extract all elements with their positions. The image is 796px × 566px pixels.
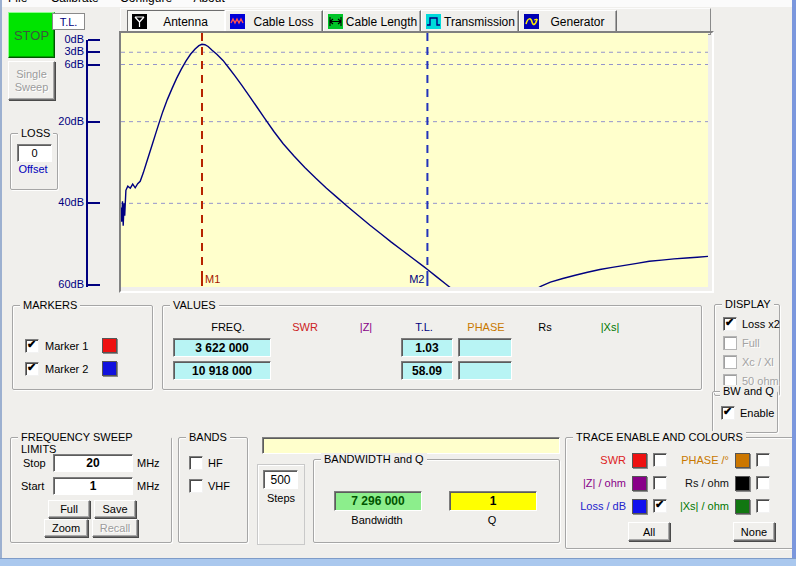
loss-offset-label: Offset: [10, 163, 56, 175]
chart-plot-area[interactable]: M1M2: [121, 33, 708, 287]
start-freq-input[interactable]: 1: [53, 477, 133, 495]
steps-box: 500 Steps: [257, 464, 305, 545]
swr-colour-swatch[interactable]: [632, 453, 647, 468]
marker1-color-swatch[interactable]: [102, 338, 117, 353]
full-label: Full: [742, 337, 760, 349]
steps-input[interactable]: 500: [263, 470, 298, 489]
display-group: DISPLAY Loss x2 Full Xc / Xl 50 ohm: [714, 304, 780, 396]
app-window: File Calibrate Configure About Antenna C…: [0, 0, 796, 566]
sweep-limits-title: FREQUENCY SWEEP LIMITS: [18, 431, 171, 455]
hf-checkbox[interactable]: [189, 456, 203, 470]
rs-trace-label: Rs / ohm: [667, 477, 729, 489]
cable-length-icon: [328, 14, 343, 29]
generator-button-label: Generator: [539, 15, 616, 29]
bwq-enable-checkbox[interactable]: [721, 406, 735, 420]
cable-length-button[interactable]: Cable Length: [323, 10, 421, 33]
start-label: Start: [21, 480, 44, 492]
marker2-label: Marker 2: [45, 363, 88, 375]
window-left-border: [0, 0, 2, 566]
values-header-xs: |Xs|: [585, 321, 635, 333]
marker-label-m1: M1: [205, 273, 220, 285]
full-checkbox[interactable]: [723, 336, 737, 350]
none-traces-button[interactable]: None: [733, 522, 775, 541]
y-axis-label-0db: 0dB: [52, 33, 84, 46]
z-trace-checkbox[interactable]: [653, 476, 667, 490]
y-axis-label-6db: 6dB: [52, 58, 84, 71]
menu-about[interactable]: About: [193, 0, 224, 5]
generator-button[interactable]: Generator: [519, 10, 617, 33]
values-header-phase: PHASE: [459, 321, 513, 333]
marker2-color-swatch[interactable]: [102, 361, 117, 376]
window-right-border: [792, 0, 796, 566]
marker2-checkbox[interactable]: [25, 362, 39, 376]
generator-icon: [524, 14, 539, 29]
chart-frame: M1M2: [119, 31, 714, 293]
values-header-rs: Rs: [523, 321, 567, 333]
menu-configure[interactable]: Configure: [120, 0, 172, 5]
display-xcxl-row: Xc / Xl: [723, 355, 774, 369]
loss-trace-checkbox[interactable]: [653, 499, 667, 513]
start-unit: MHz: [137, 480, 160, 492]
marker1-checkbox[interactable]: [25, 339, 39, 353]
marker1-freq-value: 3 622 000: [173, 338, 271, 357]
transmission-icon: [426, 14, 441, 29]
y-axis-tick-0db: [88, 39, 100, 41]
bandwidth-label: Bandwidth: [334, 514, 420, 526]
trace-row-z: |Z| / ohm Rs / ohm: [566, 476, 770, 490]
sweep-limits-group: FREQUENCY SWEEP LIMITS Stop 20 MHz Start…: [10, 437, 172, 543]
z-colour-swatch[interactable]: [632, 476, 647, 491]
zoom-sweep-button[interactable]: Zoom: [44, 519, 88, 537]
loss-offset-input[interactable]: 0: [17, 144, 52, 162]
all-traces-button[interactable]: All: [628, 522, 670, 541]
y-axis-tick-40db: [88, 202, 100, 204]
cable-loss-icon: [230, 14, 245, 29]
trace-row-swr: SWR PHASE /°: [566, 453, 770, 467]
bandwidth-group: BANDWIDTH and Q 7 296 000 Bandwidth 1 Q: [313, 459, 560, 543]
stop-freq-input[interactable]: 20: [53, 454, 133, 472]
window-bottom-border: [0, 558, 796, 566]
trace-row-loss: Loss / dB |Xs| / ohm: [566, 499, 770, 513]
cable-loss-button[interactable]: Cable Loss: [225, 10, 323, 33]
values-header-swr: SWR: [280, 321, 330, 333]
vhf-checkbox[interactable]: [189, 479, 203, 493]
phase-colour-swatch[interactable]: [735, 453, 750, 468]
values-header-z: |Z|: [341, 321, 391, 333]
values-header-tl: T.L.: [399, 321, 449, 333]
trace-colours-group: TRACE ENABLE AND COLOURS SWR PHASE /° |Z…: [565, 437, 794, 549]
y-axis-label-20db: 20dB: [52, 115, 84, 128]
save-sweep-button[interactable]: Save: [94, 500, 136, 518]
vhf-row: VHF: [189, 479, 230, 493]
swr-trace-checkbox[interactable]: [653, 453, 667, 467]
values-header-freq: FREQ.: [183, 321, 273, 333]
bwq-enable-label: Enable: [740, 407, 774, 419]
antenna-icon: [132, 14, 147, 29]
bandwidth-value: 7 296 000: [334, 491, 422, 511]
xcxl-checkbox[interactable]: [723, 355, 737, 369]
markers-group: MARKERS Marker 1 Marker 2: [12, 305, 153, 390]
lossx2-checkbox[interactable]: [723, 317, 737, 331]
y-axis-label-3db: 3dB: [52, 45, 84, 58]
q-value: 1: [449, 491, 537, 511]
cable-loss-button-label: Cable Loss: [245, 15, 322, 29]
rs-colour-swatch[interactable]: [735, 476, 750, 491]
loss-colour-swatch[interactable]: [632, 499, 647, 514]
xs-trace-checkbox[interactable]: [756, 499, 770, 513]
stop-unit: MHz: [137, 457, 160, 469]
recall-sweep-button[interactable]: Recall: [92, 519, 138, 537]
rs-trace-checkbox[interactable]: [756, 476, 770, 490]
y-axis-tick-6db: [88, 64, 100, 66]
bands-group: BANDS HF VHF: [178, 437, 248, 543]
phase-trace-checkbox[interactable]: [756, 453, 770, 467]
marker-label-m2: M2: [409, 273, 424, 285]
swr-trace-label: SWR: [566, 454, 626, 466]
transmission-button[interactable]: Transmission: [421, 10, 519, 33]
xs-trace-label: |Xs| / ohm: [667, 500, 729, 512]
antenna-button[interactable]: Antenna: [127, 10, 225, 33]
full-sweep-button[interactable]: Full: [48, 500, 90, 518]
values-group-title: VALUES: [170, 299, 219, 311]
markers-group-title: MARKERS: [20, 299, 80, 311]
xs-colour-swatch[interactable]: [735, 499, 750, 514]
bands-group-title: BANDS: [186, 431, 230, 443]
bw-and-q-group: BW and Q Enable: [712, 391, 778, 433]
trace-colours-title: TRACE ENABLE AND COLOURS: [573, 431, 746, 443]
